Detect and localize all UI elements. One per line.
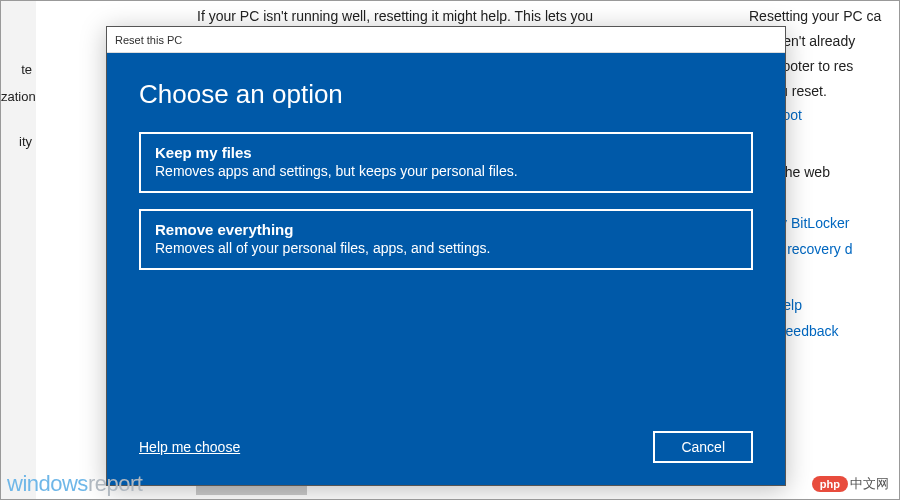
option-remove-everything[interactable]: Remove everything Removes all of your pe… <box>139 209 753 270</box>
watermark-brand: windows <box>7 471 88 496</box>
watermark-left: windowsreport <box>7 471 142 497</box>
cancel-button[interactable]: Cancel <box>653 431 753 463</box>
dialog-body: Choose an option Keep my files Removes a… <box>107 53 785 485</box>
reset-pc-dialog: Reset this PC Choose an option Keep my f… <box>106 26 786 486</box>
sidebar-item[interactable]: ity <box>1 128 36 155</box>
sidebar-item[interactable]: te <box>1 56 36 83</box>
help-me-choose-link[interactable]: Help me choose <box>139 439 240 455</box>
option-keep-my-files[interactable]: Keep my files Removes apps and settings,… <box>139 132 753 193</box>
sidebar-item[interactable]: zation <box>1 83 36 110</box>
option-description: Removes apps and settings, but keeps you… <box>155 163 737 179</box>
right-text: Resetting your PC ca <box>749 7 899 26</box>
watermark-right: php中文网 <box>812 475 889 493</box>
dialog-footer: Help me choose Cancel <box>139 431 753 463</box>
dialog-title: Reset this PC <box>115 34 182 46</box>
php-logo-icon: php <box>812 476 848 492</box>
settings-sidebar: te zation ity <box>1 1 36 499</box>
dialog-titlebar: Reset this PC <box>107 27 785 53</box>
option-title: Remove everything <box>155 221 737 238</box>
dialog-heading: Choose an option <box>139 79 753 110</box>
option-title: Keep my files <box>155 144 737 161</box>
option-description: Removes all of your personal files, apps… <box>155 240 737 256</box>
